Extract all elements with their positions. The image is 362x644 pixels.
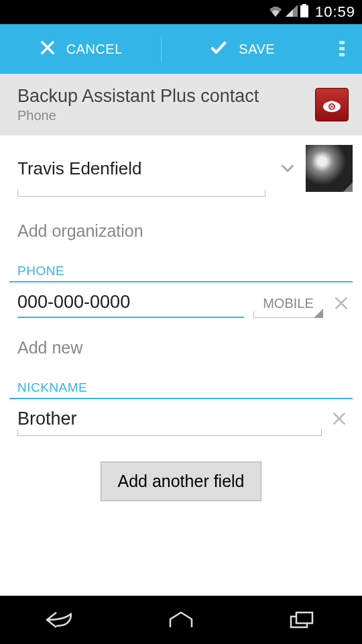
svg-rect-0 xyxy=(300,5,308,17)
action-bar: CANCEL SAVE xyxy=(0,24,362,74)
close-icon xyxy=(38,38,57,60)
name-input[interactable] xyxy=(17,153,235,184)
input-underline xyxy=(17,429,322,436)
wifi-icon xyxy=(268,5,283,19)
account-source-icon xyxy=(315,88,349,121)
close-icon xyxy=(333,294,350,312)
battery-icon xyxy=(300,4,308,20)
remove-nickname-button[interactable] xyxy=(328,408,350,429)
save-label: SAVE xyxy=(239,42,275,57)
section-divider xyxy=(9,398,353,399)
cancel-button[interactable]: CANCEL xyxy=(0,24,161,74)
cancel-label: CANCEL xyxy=(66,42,123,57)
chevron-down-icon xyxy=(278,158,298,178)
nav-back-button[interactable] xyxy=(40,606,80,633)
spinner-underline xyxy=(253,311,323,318)
account-title: Backup Assistant Plus contact xyxy=(17,86,315,107)
svg-rect-2 xyxy=(339,41,345,44)
name-row xyxy=(9,145,353,192)
recent-apps-icon xyxy=(288,610,315,630)
phone-section-label: PHONE xyxy=(17,264,353,278)
signal-icon xyxy=(286,5,298,19)
phone-type-spinner[interactable]: MOBILE xyxy=(253,292,323,318)
photo-edit-corner xyxy=(343,182,353,192)
phone-row: MOBILE xyxy=(9,288,353,318)
check-icon xyxy=(208,38,229,60)
overflow-menu-button[interactable] xyxy=(322,24,362,74)
spinner-corner-icon xyxy=(314,309,323,318)
status-bar: 10:59 xyxy=(0,0,362,24)
contact-photo[interactable] xyxy=(306,145,353,192)
nickname-row xyxy=(9,405,353,433)
overflow-icon xyxy=(339,40,345,58)
back-icon xyxy=(44,610,76,630)
svg-rect-8 xyxy=(296,612,312,623)
phone-type-label: MOBILE xyxy=(263,296,314,311)
remove-phone-button[interactable] xyxy=(333,292,350,314)
content-area: Add organization PHONE MOBILE Add new NI… xyxy=(0,136,362,501)
phone-input[interactable] xyxy=(17,288,244,318)
home-icon xyxy=(166,610,196,630)
nav-recent-button[interactable] xyxy=(282,606,322,633)
svg-rect-4 xyxy=(339,53,345,56)
nav-home-button[interactable] xyxy=(161,606,201,633)
add-organization-button[interactable]: Add organization xyxy=(17,221,353,241)
account-subtitle: Phone xyxy=(17,108,315,123)
close-icon xyxy=(330,410,348,427)
input-underline xyxy=(17,190,265,197)
add-new-phone-button[interactable]: Add new xyxy=(17,338,353,358)
svg-rect-3 xyxy=(339,47,345,50)
account-header: Backup Assistant Plus contact Phone xyxy=(0,74,362,136)
section-divider xyxy=(9,281,353,282)
add-another-field-button[interactable]: Add another field xyxy=(101,462,261,501)
navigation-bar xyxy=(0,596,362,644)
save-button[interactable]: SAVE xyxy=(162,24,322,74)
expand-name-button[interactable] xyxy=(278,158,298,178)
nickname-section-label: NICKNAME xyxy=(17,380,353,395)
status-time: 10:59 xyxy=(315,3,355,21)
svg-rect-1 xyxy=(302,4,306,6)
